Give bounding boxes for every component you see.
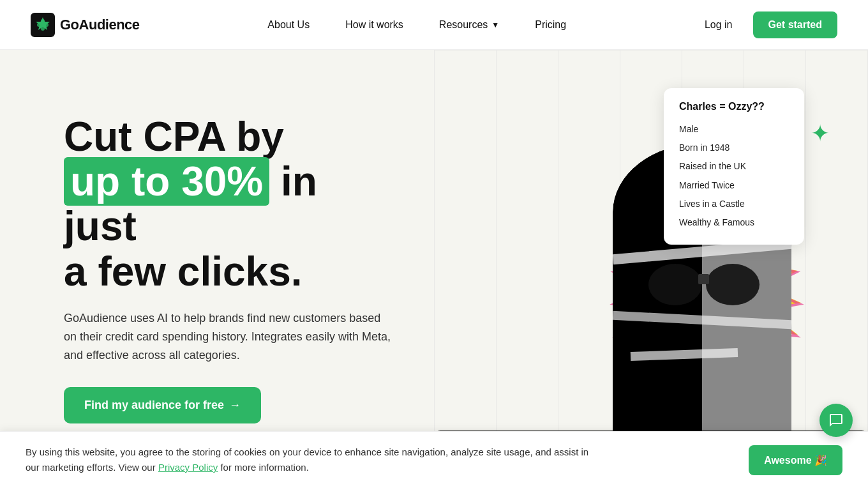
info-card-title: Charles = Ozzy?? <box>679 101 789 112</box>
cookie-text: By using this website, you agree to the … <box>26 445 600 475</box>
logo-icon <box>31 13 55 37</box>
info-row-0: Male <box>679 120 789 139</box>
info-row-3: Married Twice <box>679 176 789 195</box>
nav-resources[interactable]: Resources ▼ <box>421 0 517 50</box>
navbar: GoAudience About Us How it works Resourc… <box>0 0 868 50</box>
info-row-2: Raised in the UK <box>679 157 789 176</box>
arrow-icon: → <box>229 399 241 412</box>
hero-section: Cut CPA by up to 30% in just a few click… <box>0 50 868 488</box>
hero-content: Cut CPA by up to 30% in just a few click… <box>0 50 434 488</box>
star-decoration: ✦ <box>811 120 830 147</box>
logo-link[interactable]: GoAudience <box>31 13 140 37</box>
hero-title: Cut CPA by up to 30% in just a few click… <box>64 114 396 294</box>
privacy-policy-link[interactable]: Privacy Policy <box>158 462 218 473</box>
login-button[interactable]: Log in <box>694 14 743 36</box>
chevron-down-icon: ▼ <box>491 20 499 29</box>
info-row-5: Wealthy & Famous <box>679 213 789 232</box>
nav-links: About Us How it works Resources ▼ Pricin… <box>250 0 584 50</box>
info-row-1: Born in 1948 <box>679 139 789 157</box>
cookie-accept-button[interactable]: Awesome 🎉 <box>749 445 842 475</box>
nav-about-us[interactable]: About Us <box>250 0 327 50</box>
hero-description: GoAudience uses AI to help brands find n… <box>64 309 396 364</box>
nav-pricing[interactable]: Pricing <box>517 0 584 50</box>
cookie-banner: By using this website, you agree to the … <box>0 431 868 488</box>
nav-how-it-works[interactable]: How it works <box>327 0 421 50</box>
info-card: Charles = Ozzy?? Male Born in 1948 Raise… <box>664 88 804 245</box>
svg-rect-3 <box>37 23 49 27</box>
chat-widget[interactable] <box>819 404 853 437</box>
logo-text: GoAudience <box>60 17 140 33</box>
get-started-button[interactable]: Get started <box>753 11 837 38</box>
hero-visual: Charles = Ozzy?? Male Born in 1948 Raise… <box>434 50 868 488</box>
chat-icon <box>828 413 844 428</box>
info-row-4: Lives in a Castle <box>679 195 789 213</box>
nav-right: Log in Get started <box>694 11 837 38</box>
cta-button[interactable]: Find my audience for free → <box>64 387 261 423</box>
